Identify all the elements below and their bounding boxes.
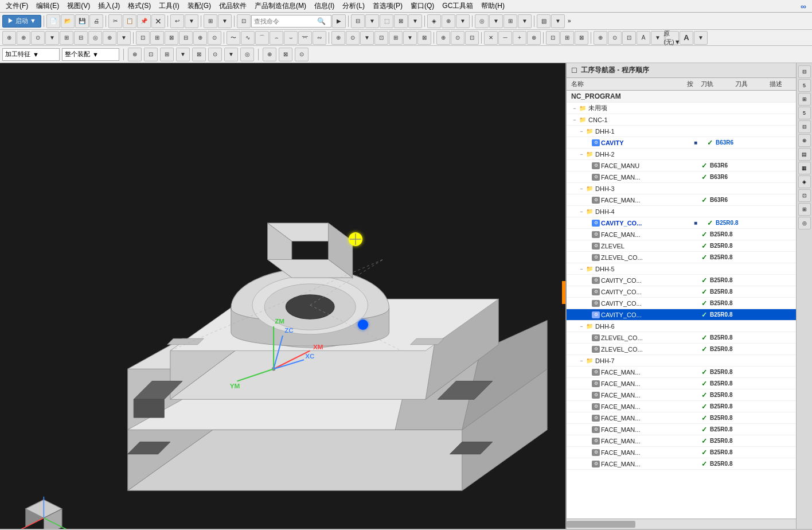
tb-btn-7[interactable]: ⊡ <box>237 14 251 28</box>
fb-btn3b[interactable]: ▼ <box>176 48 190 61</box>
tree-item-dhh7[interactable]: − 📁 DHH-7 <box>567 355 796 367</box>
tree-item-cavity-co3[interactable]: ⚙ CAVITY_CO... ✓ B25R0.8 <box>567 286 796 298</box>
tb2-27[interactable]: ⊞ <box>389 31 403 45</box>
tb2-14[interactable]: ⊕ <box>193 31 207 45</box>
tree-item-dhh2[interactable]: − 📁 DHH-2 <box>567 149 796 160</box>
menu-prefs[interactable]: 首选项(P) <box>369 0 406 12</box>
fb-btn7[interactable]: ⊕ <box>263 48 276 61</box>
tb2-13[interactable]: ⊟ <box>179 31 193 45</box>
tb2-28[interactable]: ▼ <box>403 31 417 45</box>
tree-item-cavity-co4[interactable]: ⚙ CAVITY_CO... ✓ B25R0.8 <box>567 298 796 309</box>
tree-item-dhh5[interactable]: − 📁 DHH-5 <box>567 263 796 275</box>
tb-btn-a1[interactable]: ◈ <box>427 14 441 28</box>
tb-view1b[interactable]: ▼ <box>365 14 379 28</box>
fb-btn1[interactable]: ⊕ <box>128 48 142 61</box>
tb2-22[interactable]: ∾ <box>313 31 326 45</box>
copy-button[interactable]: 📋 <box>123 14 136 28</box>
tb-view1[interactable]: ⊟ <box>351 14 365 28</box>
tb2-40[interactable]: ⊕ <box>594 31 607 45</box>
tree-item-face-man6[interactable]: ⚙ FACE_MAN... ✓ B25R0.8 <box>567 378 796 389</box>
tree-item-face-man5[interactable]: ⚙ FACE_MAN... ✓ B25R0.8 <box>567 367 796 378</box>
menu-info[interactable]: 信息(I) <box>311 0 338 12</box>
menu-tools[interactable]: 工具(I) <box>155 0 182 12</box>
tb2-42[interactable]: ⊡ <box>622 31 636 45</box>
tb2-30[interactable]: ⊕ <box>436 31 450 45</box>
tree-item-face-man8[interactable]: ⚙ FACE_MAN... ✓ B25R0.8 <box>567 401 796 412</box>
tb-btn-b4[interactable]: ▼ <box>518 14 532 28</box>
undo-drop[interactable]: ▼ <box>185 14 198 28</box>
tb2-8[interactable]: ⊕ <box>103 31 116 45</box>
tree-item-cavity[interactable]: ⚙ CAVITY ■ ✓ B63R6 <box>567 137 796 149</box>
tree-item-unused[interactable]: − 📁 未用项 <box>567 103 796 114</box>
menu-assembly[interactable]: 装配(G) <box>184 0 214 12</box>
tb2-32[interactable]: ⊡ <box>465 31 479 45</box>
paste-button[interactable]: 📌 <box>137 14 151 28</box>
tb2-33[interactable]: ✕ <box>484 31 498 45</box>
tree-item-dhh6[interactable]: − 📁 DHH-6 <box>567 321 796 332</box>
menu-insert[interactable]: 插入(J) <box>95 0 123 12</box>
side-btn-4[interactable]: 5 <box>798 107 811 119</box>
menu-view[interactable]: 视图(V) <box>64 0 93 12</box>
tree-item-face-man3[interactable]: ⚙ FACE_MAN... ✓ B63R6 <box>567 194 796 206</box>
side-btn-2[interactable]: 5 <box>798 79 811 92</box>
fb-btn2[interactable]: ⊡ <box>144 48 158 61</box>
side-btn-3[interactable]: ⊞ <box>798 93 811 106</box>
tb2-34[interactable]: ─ <box>498 31 512 45</box>
fb-btn5[interactable]: ⊙ <box>208 48 222 61</box>
tb2-6[interactable]: ⊟ <box>74 31 88 45</box>
print-button[interactable]: 🖨 <box>89 14 103 28</box>
tb-btn-a3[interactable]: ▼ <box>456 14 470 28</box>
tree-item-zlevel-co3[interactable]: ⚙ ZLEVEL_CO... ✓ B25R0.8 <box>567 344 796 355</box>
tb-btn-a2[interactable]: ⊕ <box>442 14 455 28</box>
tb2-2[interactable]: ⊕ <box>17 31 30 45</box>
save-button[interactable]: 💾 <box>75 14 89 28</box>
fb-btn8[interactable]: ⊠ <box>279 48 292 61</box>
side-btn-8[interactable]: ▦ <box>798 162 811 174</box>
tb2-25[interactable]: ▼ <box>360 31 374 45</box>
tree-item-cavity-co2[interactable]: ⚙ CAVITY_CO... ✓ B25R0.8 <box>567 275 796 286</box>
tb-btn-c2[interactable]: ▼ <box>551 14 565 28</box>
tb2-20[interactable]: ⌣ <box>284 31 298 45</box>
menu-mfg[interactable]: 产品制造信息(M) <box>251 0 310 12</box>
tb-view3[interactable]: ⊠ <box>394 14 408 28</box>
tb2-15[interactable]: ⊙ <box>208 31 221 45</box>
tb2-11[interactable]: ⊞ <box>150 31 164 45</box>
side-btn-1[interactable]: ⊟ <box>798 65 811 78</box>
tb2-29[interactable]: ⊠ <box>417 31 431 45</box>
side-btn-7[interactable]: ▤ <box>798 148 811 161</box>
tree-item-zlevel-co1[interactable]: ⚙ ZLEVEL_CO... ✓ B25R0.8 <box>567 252 796 263</box>
tb2-36[interactable]: ⊗ <box>527 31 541 45</box>
tb2-45[interactable]: ▼ <box>694 31 708 45</box>
tb-view4[interactable]: ▼ <box>408 14 422 28</box>
tb2-7[interactable]: ◎ <box>88 31 102 45</box>
assembly-combo[interactable]: 整个装配 ▼ <box>62 48 119 61</box>
side-btn-10[interactable]: ⊡ <box>798 189 811 202</box>
tree-item-face-man2[interactable]: ⚙ FACE_MAN... ✓ B63R6 <box>567 172 796 183</box>
search-input[interactable] <box>254 18 317 25</box>
tb2-12[interactable]: ⊠ <box>165 31 178 45</box>
tb2-38[interactable]: ⊞ <box>560 31 574 45</box>
menu-format[interactable]: 格式(S) <box>124 0 154 12</box>
tb2-text[interactable]: 原(无)▼ <box>665 31 679 45</box>
tb2-3[interactable]: ⊙ <box>31 31 45 45</box>
tb2-35[interactable]: + <box>513 31 526 45</box>
side-btn-6[interactable]: ⊕ <box>798 134 811 147</box>
tree-item-cnc1[interactable]: − 📁 CNC-1 <box>567 114 796 126</box>
tb-btn-b2[interactable]: ▼ <box>489 14 503 28</box>
tb2-9[interactable]: ▼ <box>117 31 131 45</box>
tb2-26[interactable]: ⊡ <box>374 31 388 45</box>
side-btn-12[interactable]: ◎ <box>798 217 811 229</box>
tb2-41[interactable]: ⊙ <box>608 31 622 45</box>
side-btn-11[interactable]: ⊞ <box>798 203 811 216</box>
fb-btn4[interactable]: ⊠ <box>192 48 206 61</box>
tb2-18[interactable]: ⌒ <box>255 31 269 45</box>
tree-item-cavity-co1[interactable]: ⚙ CAVITY_CO... ■ ✓ B25R0.8 <box>567 217 796 229</box>
tree-item-face-man7[interactable]: ⚙ FACE_MAN... ✓ B25R0.8 <box>567 389 796 401</box>
tree-item-dhh3[interactable]: − 📁 DHH-3 <box>567 183 796 194</box>
tb2-5[interactable]: ⊞ <box>60 31 73 45</box>
fb-btn3[interactable]: ⊞ <box>160 48 174 61</box>
cut-button[interactable]: ✂ <box>108 14 122 28</box>
tb2-16[interactable]: 〜 <box>227 31 240 45</box>
start-button[interactable]: ▶ 启动 ▼ <box>2 15 41 28</box>
tb2-10[interactable]: ⊡ <box>136 31 150 45</box>
